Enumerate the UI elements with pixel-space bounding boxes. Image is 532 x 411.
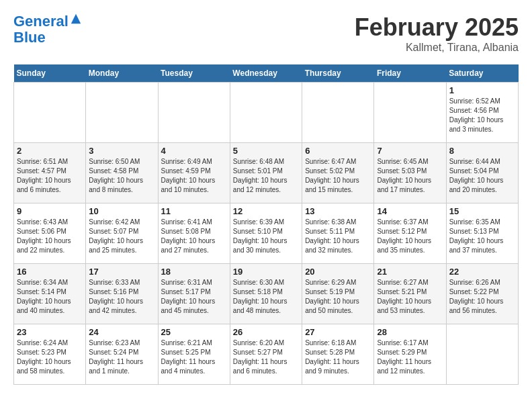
day-info: Sunrise: 6:29 AM Sunset: 5:19 PM Dayligh… — [305, 278, 371, 316]
day-info: Sunrise: 6:44 AM Sunset: 5:04 PM Dayligh… — [449, 157, 515, 195]
weekday-header-sunday: Sunday — [14, 64, 86, 83]
day-info: Sunrise: 6:35 AM Sunset: 5:13 PM Dayligh… — [449, 218, 515, 255]
day-info: Sunrise: 6:45 AM Sunset: 5:03 PM Dayligh… — [377, 157, 443, 195]
calendar-cell: 1Sunrise: 6:52 AM Sunset: 4:56 PM Daylig… — [446, 83, 518, 143]
calendar-cell: 19Sunrise: 6:30 AM Sunset: 5:18 PM Dayli… — [230, 264, 302, 324]
day-info: Sunrise: 6:21 AM Sunset: 5:25 PM Dayligh… — [161, 338, 227, 376]
day-info: Sunrise: 6:30 AM Sunset: 5:18 PM Dayligh… — [233, 278, 299, 316]
calendar-cell: 2Sunrise: 6:51 AM Sunset: 4:57 PM Daylig… — [14, 143, 86, 203]
day-number: 17 — [89, 267, 154, 277]
calendar-cell — [158, 83, 230, 143]
main-title: February 2025 — [355, 13, 519, 42]
day-number: 8 — [449, 146, 515, 156]
day-number: 10 — [89, 206, 154, 216]
day-number: 26 — [233, 327, 299, 337]
day-info: Sunrise: 6:24 AM Sunset: 5:23 PM Dayligh… — [17, 338, 83, 376]
calendar-table: SundayMondayTuesdayWednesdayThursdayFrid… — [13, 64, 519, 385]
week-row-3: 9Sunrise: 6:43 AM Sunset: 5:06 PM Daylig… — [14, 203, 519, 264]
day-info: Sunrise: 6:27 AM Sunset: 5:21 PM Dayligh… — [377, 278, 443, 316]
calendar-cell — [374, 83, 446, 143]
day-info: Sunrise: 6:37 AM Sunset: 5:12 PM Dayligh… — [377, 218, 443, 255]
day-number: 22 — [449, 267, 515, 277]
calendar-cell: 27Sunrise: 6:18 AM Sunset: 5:28 PM Dayli… — [302, 324, 374, 385]
calendar-cell: 15Sunrise: 6:35 AM Sunset: 5:13 PM Dayli… — [446, 203, 518, 264]
day-number: 4 — [161, 146, 227, 156]
calendar-cell: 28Sunrise: 6:17 AM Sunset: 5:29 PM Dayli… — [374, 324, 446, 385]
day-info: Sunrise: 6:41 AM Sunset: 5:08 PM Dayligh… — [161, 218, 227, 255]
calendar-cell: 5Sunrise: 6:48 AM Sunset: 5:01 PM Daylig… — [230, 143, 302, 203]
calendar-cell: 8Sunrise: 6:44 AM Sunset: 5:04 PM Daylig… — [446, 143, 518, 203]
calendar-cell: 26Sunrise: 6:20 AM Sunset: 5:27 PM Dayli… — [230, 324, 302, 385]
day-number: 18 — [161, 267, 227, 277]
day-info: Sunrise: 6:47 AM Sunset: 5:02 PM Dayligh… — [305, 157, 371, 195]
day-info: Sunrise: 6:50 AM Sunset: 4:58 PM Dayligh… — [89, 157, 154, 195]
day-info: Sunrise: 6:31 AM Sunset: 5:17 PM Dayligh… — [161, 278, 227, 316]
day-number: 19 — [233, 267, 299, 277]
day-info: Sunrise: 6:52 AM Sunset: 4:56 PM Dayligh… — [449, 97, 515, 134]
day-info: Sunrise: 6:39 AM Sunset: 5:10 PM Dayligh… — [233, 218, 299, 255]
day-info: Sunrise: 6:48 AM Sunset: 5:01 PM Dayligh… — [233, 157, 299, 195]
svg-marker-0 — [71, 14, 81, 24]
day-info: Sunrise: 6:17 AM Sunset: 5:29 PM Dayligh… — [377, 338, 443, 376]
day-number: 28 — [377, 327, 443, 337]
calendar-cell: 3Sunrise: 6:50 AM Sunset: 4:58 PM Daylig… — [86, 143, 158, 203]
calendar-cell: 18Sunrise: 6:31 AM Sunset: 5:17 PM Dayli… — [158, 264, 230, 324]
day-number: 27 — [305, 327, 371, 337]
day-number: 23 — [17, 327, 83, 337]
day-info: Sunrise: 6:42 AM Sunset: 5:07 PM Dayligh… — [89, 218, 154, 255]
weekday-header-tuesday: Tuesday — [158, 64, 230, 83]
day-number: 14 — [377, 206, 443, 216]
calendar-cell: 16Sunrise: 6:34 AM Sunset: 5:14 PM Dayli… — [14, 264, 86, 324]
day-number: 3 — [89, 146, 154, 156]
day-number: 24 — [89, 327, 154, 337]
day-info: Sunrise: 6:34 AM Sunset: 5:14 PM Dayligh… — [17, 278, 83, 316]
day-number: 21 — [377, 267, 443, 277]
weekday-header-friday: Friday — [374, 64, 446, 83]
calendar-cell: 20Sunrise: 6:29 AM Sunset: 5:19 PM Dayli… — [302, 264, 374, 324]
subtitle: Kallmet, Tirana, Albania — [355, 42, 519, 54]
logo-line2: Blue — [13, 30, 82, 46]
week-row-1: 1Sunrise: 6:52 AM Sunset: 4:56 PM Daylig… — [14, 83, 519, 143]
logo-icon — [70, 13, 82, 25]
day-number: 6 — [305, 146, 371, 156]
weekday-header-row: SundayMondayTuesdayWednesdayThursdayFrid… — [14, 64, 519, 83]
weekday-header-thursday: Thursday — [302, 64, 374, 83]
calendar-cell: 11Sunrise: 6:41 AM Sunset: 5:08 PM Dayli… — [158, 203, 230, 264]
day-number: 15 — [449, 206, 515, 216]
day-info: Sunrise: 6:20 AM Sunset: 5:27 PM Dayligh… — [233, 338, 299, 376]
calendar-cell: 13Sunrise: 6:38 AM Sunset: 5:11 PM Dayli… — [302, 203, 374, 264]
calendar-cell: 21Sunrise: 6:27 AM Sunset: 5:21 PM Dayli… — [374, 264, 446, 324]
calendar-cell: 6Sunrise: 6:47 AM Sunset: 5:02 PM Daylig… — [302, 143, 374, 203]
calendar-cell: 4Sunrise: 6:49 AM Sunset: 4:59 PM Daylig… — [158, 143, 230, 203]
calendar-cell: 9Sunrise: 6:43 AM Sunset: 5:06 PM Daylig… — [14, 203, 86, 264]
day-info: Sunrise: 6:43 AM Sunset: 5:06 PM Dayligh… — [17, 218, 83, 255]
calendar-cell — [86, 83, 158, 143]
calendar-cell: 25Sunrise: 6:21 AM Sunset: 5:25 PM Dayli… — [158, 324, 230, 385]
week-row-5: 23Sunrise: 6:24 AM Sunset: 5:23 PM Dayli… — [14, 324, 519, 385]
day-info: Sunrise: 6:38 AM Sunset: 5:11 PM Dayligh… — [305, 218, 371, 255]
day-number: 11 — [161, 206, 227, 216]
calendar-cell: 12Sunrise: 6:39 AM Sunset: 5:10 PM Dayli… — [230, 203, 302, 264]
day-info: Sunrise: 6:49 AM Sunset: 4:59 PM Dayligh… — [161, 157, 227, 195]
day-number: 7 — [377, 146, 443, 156]
week-row-2: 2Sunrise: 6:51 AM Sunset: 4:57 PM Daylig… — [14, 143, 519, 203]
calendar-cell: 7Sunrise: 6:45 AM Sunset: 5:03 PM Daylig… — [374, 143, 446, 203]
day-info: Sunrise: 6:18 AM Sunset: 5:28 PM Dayligh… — [305, 338, 371, 376]
weekday-header-wednesday: Wednesday — [230, 64, 302, 83]
logo: General Blue — [13, 13, 82, 46]
day-number: 20 — [305, 267, 371, 277]
calendar-cell: 17Sunrise: 6:33 AM Sunset: 5:16 PM Dayli… — [86, 264, 158, 324]
calendar-cell — [302, 83, 374, 143]
weekday-header-saturday: Saturday — [446, 64, 518, 83]
logo-text: General — [13, 13, 69, 30]
day-number: 5 — [233, 146, 299, 156]
title-area: February 2025 Kallmet, Tirana, Albania — [355, 13, 519, 54]
day-info: Sunrise: 6:26 AM Sunset: 5:22 PM Dayligh… — [449, 278, 515, 316]
page-header: General Blue February 2025 Kallmet, Tira… — [13, 13, 519, 54]
calendar-cell — [14, 83, 86, 143]
calendar-cell: 10Sunrise: 6:42 AM Sunset: 5:07 PM Dayli… — [86, 203, 158, 264]
day-info: Sunrise: 6:51 AM Sunset: 4:57 PM Dayligh… — [17, 157, 83, 195]
calendar-cell — [230, 83, 302, 143]
week-row-4: 16Sunrise: 6:34 AM Sunset: 5:14 PM Dayli… — [14, 264, 519, 324]
day-number: 2 — [17, 146, 83, 156]
